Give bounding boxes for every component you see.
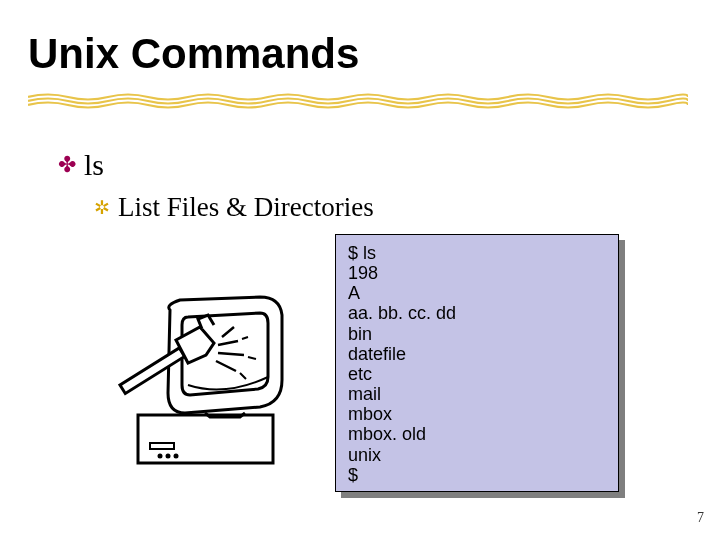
terminal-output: $ ls 198 A aa. bb. cc. dd bin datefile e… (335, 234, 625, 498)
bullet2-text: List Files & Directories (118, 192, 374, 223)
computer-clipart-icon (110, 285, 300, 475)
svg-point-2 (158, 454, 163, 459)
svg-rect-1 (150, 443, 174, 449)
svg-point-3 (166, 454, 171, 459)
terminal-text: $ ls 198 A aa. bb. cc. dd bin datefile e… (348, 243, 606, 485)
page-number: 7 (697, 510, 704, 526)
bullet1-text: ls (84, 148, 104, 182)
slide: Unix Commands ✤ ls ✲ List Files & Direct… (0, 0, 720, 540)
terminal-box: $ ls 198 A aa. bb. cc. dd bin datefile e… (335, 234, 619, 492)
title-underline (28, 92, 688, 112)
svg-point-4 (174, 454, 179, 459)
bullet2-marker-icon: ✲ (94, 198, 110, 217)
bullet-level2: ✲ List Files & Directories (94, 192, 374, 223)
bullet-level1: ✤ ls (58, 148, 104, 182)
title-wrap: Unix Commands (28, 30, 359, 78)
page-title: Unix Commands (28, 30, 359, 78)
bullet1-marker-icon: ✤ (58, 154, 76, 176)
